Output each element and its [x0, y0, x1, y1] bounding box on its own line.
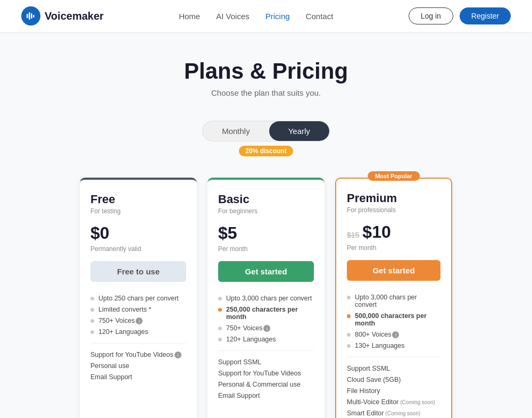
feature-text: 120+ Languages: [98, 328, 148, 336]
navbar: Voicemaker Home AI Voices Pricing Contac…: [0, 0, 532, 32]
plan-name: Free: [90, 193, 186, 206]
feature-bullet: [347, 344, 351, 348]
feature-bullet: [90, 308, 94, 312]
page-title: Plans & Pricing: [11, 58, 521, 84]
feature-text: 750+ Voicesi: [98, 317, 143, 324]
feature-extra: Personal use: [90, 362, 186, 370]
features-main: Upto 3,000 chars per convert 500,000 cha…: [347, 294, 440, 349]
price-period: Per month: [347, 244, 440, 252]
feature-text: 120+ Languages: [226, 336, 276, 343]
feature-extra: Support SSML: [347, 365, 440, 372]
plan-cta-premium[interactable]: Get started: [347, 260, 440, 281]
feature-extra: Support for YouTube Videos: [218, 370, 314, 377]
features-main: Upto 250 chars per convert Limited conve…: [90, 295, 186, 336]
feature-text: Upto 3,000 chars per convert: [226, 295, 312, 302]
plan-card-free: Free For testing $0 Permanently valid Fr…: [80, 178, 197, 418]
yearly-toggle[interactable]: Yearly: [269, 121, 329, 141]
nav-home[interactable]: Home: [179, 12, 200, 21]
feature-item: 750+ Voicesi: [218, 324, 314, 332]
feature-item: Limited converts *: [90, 306, 186, 313]
feature-extra: Smart Editor(Coming soon): [347, 409, 440, 417]
feature-item: Upto 3,000 chars per convert: [347, 294, 440, 308]
info-icon: i: [392, 331, 399, 338]
plan-price-row: $5: [218, 223, 314, 243]
nav-ai-voices[interactable]: AI Voices: [216, 12, 250, 21]
discount-badge: 20% discount: [239, 146, 293, 156]
feature-item: 120+ Languages: [90, 328, 186, 336]
price-period: Per month: [218, 245, 314, 253]
feature-extra: Email Support: [218, 392, 314, 399]
info-icon: i: [174, 352, 181, 358]
hero-subtitle: Choose the plan that suits you.: [11, 88, 521, 97]
plan-tagline: For testing: [90, 207, 186, 215]
feature-bullet: [90, 319, 94, 323]
feature-bullet: [90, 297, 94, 300]
feature-bullet: [347, 314, 351, 318]
feature-item: 250,000 characters per month: [218, 306, 314, 321]
feature-bullet: [218, 308, 222, 312]
nav-pricing[interactable]: Pricing: [265, 12, 290, 21]
price-main: $10: [362, 222, 390, 242]
price-period: Permanently valid: [90, 245, 186, 253]
feature-text: 500,000 characters per month: [355, 312, 440, 327]
svg-rect-0: [27, 14, 28, 18]
price-main: $5: [218, 223, 237, 243]
features-divider: [347, 357, 440, 357]
logo[interactable]: Voicemaker: [21, 6, 104, 26]
info-icon: i: [263, 325, 270, 332]
feature-extra: Support for YouTube Videosi: [90, 351, 186, 358]
most-popular-badge: Most Popular: [368, 171, 420, 181]
feature-extra: Personal & Commercial use: [218, 381, 314, 388]
features-main: Upto 3,000 chars per convert 250,000 cha…: [218, 295, 314, 343]
feature-text: 130+ Languages: [355, 342, 405, 349]
price-original: $15: [347, 231, 359, 239]
monthly-toggle[interactable]: Monthly: [203, 121, 269, 141]
nav-contact[interactable]: Contact: [306, 12, 334, 21]
feature-item: 750+ Voicesi: [90, 317, 186, 324]
feature-extra: Support SSML: [218, 358, 314, 366]
plan-tagline: For beginners: [218, 207, 314, 215]
logo-text: Voicemaker: [45, 10, 104, 22]
plan-cta-free[interactable]: Free to use: [90, 261, 186, 282]
plan-tagline: For professionals: [347, 206, 440, 214]
plans-grid: Free For testing $0 Permanently valid Fr…: [0, 162, 532, 418]
svg-rect-3: [33, 15, 35, 18]
feature-bullet: [218, 297, 222, 300]
plan-card-basic: Basic For beginners $5 Per month Get sta…: [207, 178, 325, 418]
feature-bullet: [218, 327, 222, 330]
plan-name: Basic: [218, 193, 314, 206]
features-extra: Support SSMLCloud Save (5GB)File History…: [347, 365, 440, 418]
feature-text: Upto 3,000 chars per convert: [355, 294, 440, 308]
plan-card-premium: Most Popular Premium For professionals $…: [335, 178, 452, 418]
feature-bullet: [347, 333, 351, 337]
feature-extra: Cloud Save (5GB): [347, 376, 440, 383]
login-button[interactable]: Log in: [409, 7, 453, 24]
nav-links: Home AI Voices Pricing Contact: [179, 12, 333, 21]
register-button[interactable]: Register: [460, 7, 511, 24]
feature-extra: Multi-Voice Editor(Coming soon): [347, 398, 440, 406]
info-icon: i: [136, 317, 143, 324]
feature-item: Upto 3,000 chars per convert: [218, 295, 314, 302]
features-extra: Support SSMLSupport for YouTube VideosPe…: [218, 358, 314, 399]
plan-price-row: $15 $10: [347, 222, 440, 242]
feature-item: Upto 250 chars per convert: [90, 295, 186, 302]
feature-item: 120+ Languages: [218, 336, 314, 343]
logo-icon: [21, 6, 40, 26]
feature-text: 800+ Voicesi: [355, 331, 399, 338]
coming-soon-label: (Coming soon): [385, 411, 420, 416]
feature-text: Upto 250 chars per convert: [98, 295, 179, 302]
feature-item: 130+ Languages: [347, 342, 440, 349]
plan-price-row: $0: [90, 223, 186, 243]
billing-toggle: Monthly Yearly: [202, 121, 330, 141]
hero-section: Plans & Pricing Choose the plan that sui…: [0, 32, 532, 108]
feature-bullet: [90, 330, 94, 334]
feature-extra: File History: [347, 387, 440, 395]
plan-name: Premium: [347, 191, 440, 205]
coming-soon-label: (Coming soon): [400, 399, 435, 405]
feature-bullet: [347, 296, 351, 299]
feature-item: 800+ Voicesi: [347, 331, 440, 338]
feature-text: 750+ Voicesi: [226, 324, 270, 332]
svg-rect-1: [29, 12, 30, 20]
feature-text: 250,000 characters per month: [226, 306, 314, 321]
plan-cta-basic[interactable]: Get started: [218, 261, 314, 282]
